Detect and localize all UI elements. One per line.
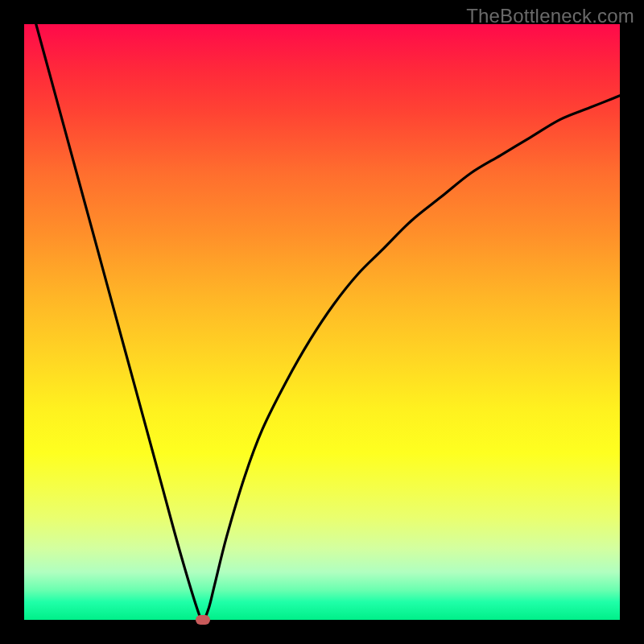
- plot-area: [24, 24, 620, 620]
- bottleneck-curve-path: [36, 24, 620, 620]
- optimum-marker: [196, 615, 210, 625]
- curve-svg: [24, 24, 620, 620]
- chart-frame: TheBottleneck.com: [0, 0, 644, 644]
